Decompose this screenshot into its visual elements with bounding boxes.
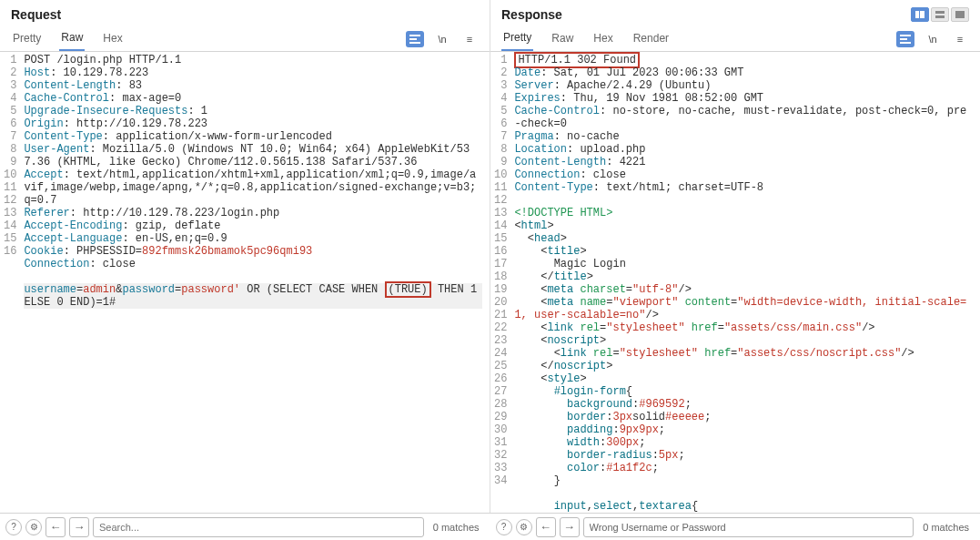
response-panel: Response Pretty Raw Hex Render \n ≡ 1234… — [490, 0, 980, 513]
request-matches: 0 matches — [428, 522, 485, 533]
svg-rect-1 — [409, 38, 417, 40]
svg-rect-10 — [900, 42, 911, 44]
bottom-bar: ? ⚙ ← → 0 matches ? ⚙ ← → 0 matches — [0, 513, 980, 540]
svg-rect-8 — [900, 35, 911, 36]
newline-button-resp[interactable]: \n — [924, 31, 942, 47]
tab-raw[interactable]: Raw — [59, 27, 85, 51]
request-search-input[interactable] — [93, 517, 424, 537]
response-matches: 0 matches — [917, 522, 975, 533]
prev-button[interactable]: ← — [45, 517, 66, 537]
svg-rect-5 — [935, 11, 945, 14]
format-button-resp[interactable] — [896, 31, 914, 47]
next-button-resp[interactable]: → — [560, 517, 580, 537]
request-panel: Request Pretty Raw Hex \n ≡ 123456789101… — [0, 0, 490, 513]
tab-hex-resp[interactable]: Hex — [591, 28, 614, 50]
view-toggles — [911, 7, 969, 22]
view-stacked-button[interactable] — [931, 7, 949, 22]
newline-button[interactable]: \n — [433, 31, 451, 47]
tab-pretty-resp[interactable]: Pretty — [501, 27, 533, 51]
svg-rect-9 — [900, 38, 907, 40]
tab-render-resp[interactable]: Render — [631, 28, 671, 50]
svg-rect-4 — [920, 11, 924, 18]
request-code[interactable]: 12345678910111213141516 POST /login.php … — [0, 52, 490, 513]
settings-icon[interactable]: ⚙ — [25, 519, 42, 535]
response-tabs: Pretty Raw Hex Render \n ≡ — [490, 27, 980, 52]
svg-rect-7 — [955, 11, 965, 18]
menu-button-resp[interactable]: ≡ — [951, 31, 969, 47]
tab-pretty[interactable]: Pretty — [11, 28, 43, 50]
tab-hex[interactable]: Hex — [101, 28, 124, 50]
view-full-button[interactable] — [951, 7, 969, 22]
help-icon-resp[interactable]: ? — [496, 519, 512, 535]
request-title: Request — [11, 7, 61, 22]
tab-raw-resp[interactable]: Raw — [550, 28, 575, 50]
format-button[interactable] — [406, 31, 424, 47]
response-code[interactable]: 1234567891011121314151617181920212223242… — [490, 52, 980, 513]
menu-button[interactable]: ≡ — [460, 31, 479, 47]
svg-rect-2 — [409, 42, 420, 44]
prev-button-resp[interactable]: ← — [536, 517, 556, 537]
settings-icon-resp[interactable]: ⚙ — [516, 519, 532, 535]
response-title: Response — [501, 7, 562, 22]
help-icon[interactable]: ? — [5, 519, 22, 535]
svg-rect-0 — [409, 35, 420, 36]
svg-rect-6 — [935, 15, 945, 18]
view-split-button[interactable] — [911, 7, 929, 22]
svg-rect-3 — [915, 11, 919, 18]
response-search-input[interactable] — [583, 517, 914, 537]
request-tabs: Pretty Raw Hex \n ≡ — [0, 27, 490, 52]
next-button[interactable]: → — [69, 517, 89, 537]
